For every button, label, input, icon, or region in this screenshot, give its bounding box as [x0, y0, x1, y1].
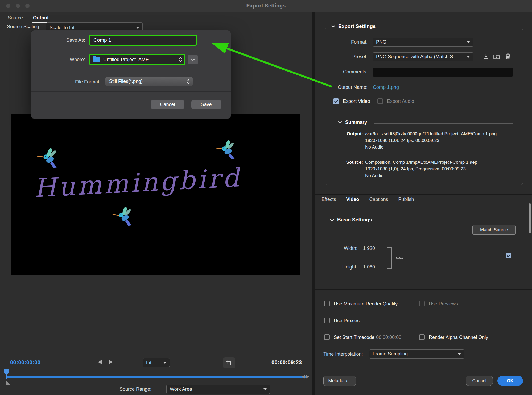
timeline-right-handle-left[interactable]: [302, 375, 305, 379]
where-value: Untitled Project_AME: [103, 57, 149, 62]
basic-settings-header[interactable]: Basic Settings: [330, 217, 372, 223]
output-name-link[interactable]: Comp 1.png: [373, 85, 399, 90]
width-value[interactable]: 1 920: [363, 246, 375, 251]
output-name-label: Output Name:: [323, 85, 368, 90]
use-previews-label: Use Previews: [429, 301, 458, 307]
summary-output-audio: No Audio: [365, 145, 383, 150]
file-format-dropdown[interactable]: Still Files(*.png): [105, 77, 193, 86]
chevron-down-icon: [331, 25, 335, 28]
render-alpha-checkbox[interactable]: [419, 334, 425, 340]
export-settings-header[interactable]: Export Settings: [328, 23, 378, 29]
comments-label: Comments:: [330, 69, 368, 75]
use-proxies-checkbox[interactable]: [324, 318, 330, 323]
tab-effects[interactable]: Effects: [321, 197, 336, 202]
expand-dialog-button[interactable]: [188, 55, 198, 64]
panel-divider: [312, 12, 315, 395]
use-max-render-quality-label: Use Maximum Render Quality: [334, 301, 398, 307]
titlebar: Export Settings: [0, 0, 532, 12]
save-dialog: Save As: Where: Untitled Project_AME Fil…: [31, 30, 231, 119]
metadata-button-label: Metadata...: [328, 378, 351, 384]
format-value: PNG: [376, 39, 465, 45]
set-out-icon[interactable]: [109, 360, 113, 364]
dialog-save-label: Save: [201, 102, 212, 107]
cancel-button[interactable]: Cancel: [466, 376, 493, 386]
summary-header-label: Summary: [345, 120, 367, 125]
tab-source[interactable]: Source: [8, 15, 23, 21]
export-video-checkbox[interactable]: [333, 98, 339, 104]
folder-icon: [93, 57, 100, 62]
zoom-level-dropdown[interactable]: Fit: [143, 358, 170, 367]
comments-input[interactable]: [373, 68, 513, 77]
width-label: Width:: [330, 246, 357, 251]
chevron-down-icon: [263, 388, 267, 390]
set-start-timecode-label: Set Start Timecode: [334, 335, 374, 340]
export-settings-header-label: Export Settings: [338, 23, 376, 29]
file-format-label: File Format:: [52, 79, 101, 85]
time-interpolation-label: Time Interpolation:: [323, 351, 363, 357]
summary-output-label: Output:: [336, 131, 363, 137]
chevron-down-icon: [467, 56, 470, 58]
dialog-save-button[interactable]: Save: [191, 100, 221, 109]
render-alpha-label: Render Alpha Channel Only: [429, 335, 488, 340]
tab-captions[interactable]: Captions: [369, 197, 388, 202]
chevron-down-icon: [136, 27, 139, 29]
match-source-label: Match Source: [480, 227, 508, 233]
set-start-timecode-checkbox[interactable]: [324, 334, 330, 340]
preset-dropdown[interactable]: PNG Sequence with Alpha (Match S...: [373, 52, 473, 61]
basic-settings-header-label: Basic Settings: [337, 217, 372, 223]
right-panel-divider-top: [315, 194, 532, 195]
chevron-down-icon: [467, 41, 470, 43]
hummingbird-image: [110, 203, 136, 228]
export-audio-checkbox[interactable]: [377, 98, 383, 104]
delete-preset-icon[interactable]: [504, 53, 512, 60]
preset-value: PNG Sequence with Alpha (Match S...: [376, 54, 465, 60]
crop-button[interactable]: [223, 357, 235, 368]
stepper-icon: [179, 57, 182, 62]
format-dropdown[interactable]: PNG: [373, 38, 473, 47]
use-previews-checkbox[interactable]: [419, 301, 425, 306]
dialog-divider: [31, 91, 231, 92]
summary-header-line: [374, 123, 513, 124]
use-max-render-quality-checkbox[interactable]: [324, 301, 330, 306]
use-proxies-label: Use Proxies: [334, 318, 360, 323]
dialog-cancel-label: Cancel: [160, 102, 175, 107]
scrollbar-thumb[interactable]: [529, 203, 531, 233]
time-interpolation-value: Frame Sampling: [373, 351, 456, 357]
preview-area: Hummingbird: [11, 114, 300, 275]
current-timecode: 00:00:00:00: [10, 359, 40, 365]
tab-video[interactable]: Video: [346, 197, 359, 202]
dialog-cancel-button[interactable]: Cancel: [151, 100, 184, 109]
chevron-down-icon: [191, 58, 195, 61]
source-range-value: Work Area: [170, 386, 261, 392]
metadata-button[interactable]: Metadata...: [323, 376, 356, 386]
export-settings-window: Export Settings Source Output Source Sca…: [0, 0, 532, 395]
set-in-icon[interactable]: [98, 360, 102, 364]
summary-output-path: /var/fo...zsddt3j0kzkc0000gn/T/Untitled …: [365, 131, 497, 137]
dimension-bracket: [387, 247, 392, 269]
save-as-input[interactable]: [89, 35, 197, 46]
height-value[interactable]: 1 080: [363, 264, 375, 270]
timeline-right-handle-right[interactable]: [306, 375, 309, 379]
where-dropdown[interactable]: Untitled Project_AME: [89, 54, 185, 65]
source-range-dropdown[interactable]: Work Area: [166, 385, 270, 394]
ok-button-label: OK: [507, 378, 514, 384]
chevron-down-icon: [330, 219, 334, 221]
start-timecode-value[interactable]: 00:00:00:00: [376, 335, 401, 340]
height-label: Height:: [330, 264, 357, 270]
stepper-icon: [187, 79, 190, 84]
ok-button[interactable]: OK: [497, 376, 523, 386]
dialog-divider: [31, 72, 231, 72]
save-preset-icon[interactable]: [482, 53, 490, 60]
where-label: Where:: [42, 57, 85, 62]
summary-header[interactable]: Summary: [338, 120, 367, 125]
constrain-proportions-checkbox[interactable]: [506, 253, 511, 258]
time-interpolation-dropdown[interactable]: Frame Sampling: [369, 349, 464, 359]
import-preset-icon[interactable]: [493, 53, 500, 60]
file-format-value: Still Files(*.png): [109, 79, 187, 84]
link-icon[interactable]: [396, 254, 403, 261]
tab-output[interactable]: Output: [33, 15, 49, 21]
timeline-track[interactable]: [6, 376, 306, 378]
tab-publish[interactable]: Publish: [398, 197, 414, 202]
match-source-button[interactable]: Match Source: [472, 225, 516, 235]
timeline-left-handle[interactable]: [6, 381, 10, 385]
